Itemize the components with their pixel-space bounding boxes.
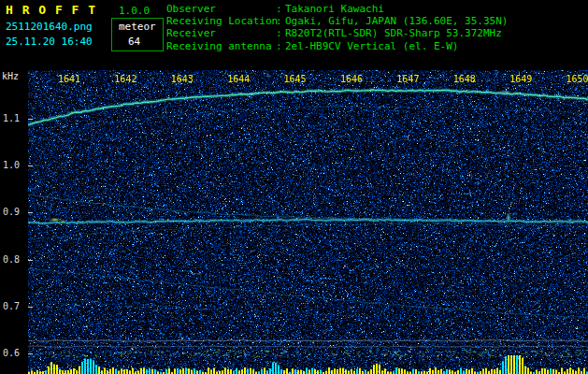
x-tick-label: 1645 bbox=[281, 74, 309, 84]
x-tick-label: 1642 bbox=[111, 74, 139, 84]
y-tick-label: 1.0 bbox=[3, 160, 25, 170]
y-axis-unit-label: kHz bbox=[2, 71, 19, 81]
y-tick-label: 0.8 bbox=[3, 254, 25, 265]
y-tick-label: 0.7 bbox=[3, 301, 25, 311]
spectrogram-panel: kHz 1.11.00.90.80.70.6164116421643164416… bbox=[0, 0, 588, 374]
y-tick-label: 0.6 bbox=[3, 348, 25, 358]
y-tick-label: 0.9 bbox=[3, 207, 25, 217]
x-tick-label: 1649 bbox=[507, 74, 535, 84]
y-tick-label: 1.1 bbox=[3, 113, 25, 123]
hrofft-screen: H R O F F T 1.0.0 2511201640.png 25.11.2… bbox=[0, 0, 588, 374]
x-tick-label: 1644 bbox=[224, 74, 252, 84]
x-tick-label: 1646 bbox=[337, 74, 366, 84]
x-tick-label: 1647 bbox=[394, 74, 422, 84]
x-tick-label: 1650 bbox=[564, 74, 588, 84]
spectrogram-canvas bbox=[28, 70, 588, 374]
x-tick-label: 1648 bbox=[451, 74, 479, 84]
x-tick-label: 1643 bbox=[168, 74, 196, 84]
x-tick-label: 1641 bbox=[55, 74, 83, 84]
